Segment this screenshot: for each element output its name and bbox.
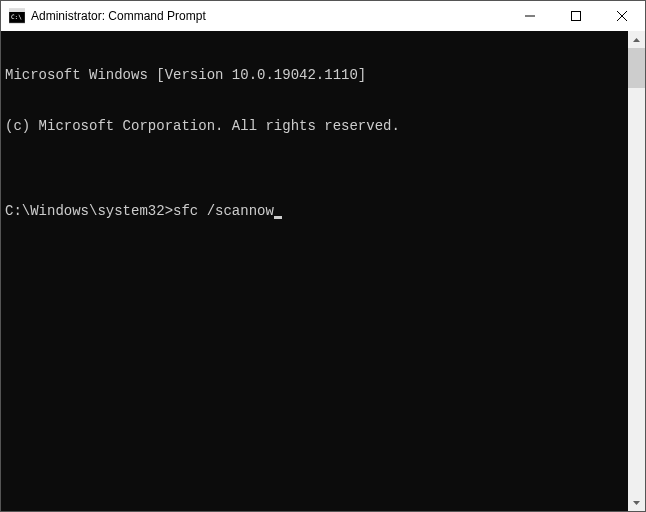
vertical-scrollbar[interactable]: [628, 31, 645, 511]
prompt-path: C:\Windows\system32>: [5, 203, 173, 220]
scroll-down-arrow[interactable]: [628, 494, 645, 511]
window-controls: [507, 1, 645, 31]
terminal-output[interactable]: Microsoft Windows [Version 10.0.19042.11…: [1, 31, 628, 511]
minimize-button[interactable]: [507, 1, 553, 31]
window-title: Administrator: Command Prompt: [31, 9, 507, 23]
prompt-line: C:\Windows\system32>sfc /scannow: [5, 203, 624, 220]
svg-text:C:\: C:\: [11, 13, 22, 20]
content-area: Microsoft Windows [Version 10.0.19042.11…: [1, 31, 645, 511]
text-cursor: [274, 216, 282, 219]
version-line: Microsoft Windows [Version 10.0.19042.11…: [5, 67, 624, 84]
svg-rect-1: [9, 9, 25, 12]
copyright-line: (c) Microsoft Corporation. All rights re…: [5, 118, 624, 135]
scroll-track[interactable]: [628, 48, 645, 494]
scroll-thumb[interactable]: [628, 48, 645, 88]
svg-marker-8: [633, 501, 640, 505]
titlebar[interactable]: C:\ Administrator: Command Prompt: [1, 1, 645, 31]
svg-rect-4: [572, 12, 581, 21]
cmd-icon: C:\: [9, 8, 25, 24]
scroll-up-arrow[interactable]: [628, 31, 645, 48]
typed-command: sfc /scannow: [173, 203, 274, 220]
close-button[interactable]: [599, 1, 645, 31]
maximize-button[interactable]: [553, 1, 599, 31]
command-prompt-window: C:\ Administrator: Command Prompt Micros…: [0, 0, 646, 512]
svg-marker-7: [633, 38, 640, 42]
